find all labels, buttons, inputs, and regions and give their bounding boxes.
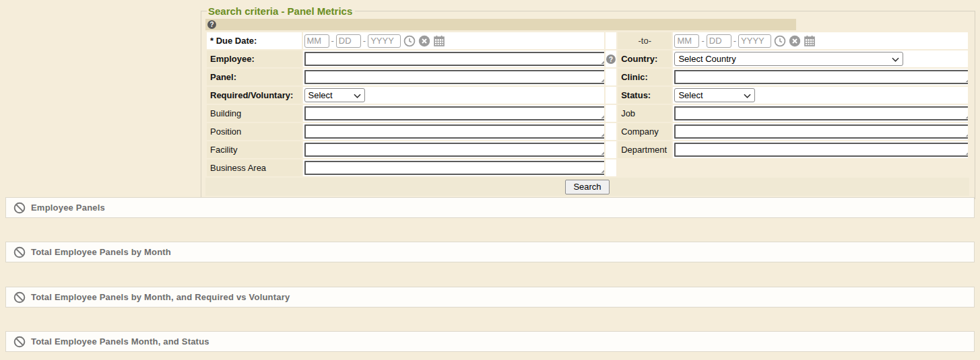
page-background: Search criteria - Panel Metrics ? * Due … — [0, 0, 980, 360]
panel-title: Total Employee Panels by Month — [31, 247, 171, 257]
business-area-input[interactable] — [304, 161, 605, 175]
panel-title: Total Employee Panels by Month, and Requ… — [31, 292, 290, 302]
panel-section-employee-panels[interactable]: Employee Panels — [5, 197, 975, 218]
status-label: Status: — [618, 87, 672, 104]
date-separator: - — [733, 36, 736, 45]
table-row-due-date: * Due Date: - - — [207, 32, 968, 49]
empty-cell — [673, 159, 968, 176]
country-select[interactable]: Select Country — [674, 52, 903, 66]
employee-input[interactable] — [304, 52, 605, 66]
country-label: Country: — [618, 50, 672, 67]
empty-cell — [618, 159, 672, 176]
chevron-down-icon — [354, 90, 361, 100]
spacer-cell — [606, 32, 616, 49]
calendar-icon[interactable] — [804, 35, 816, 47]
facility-input[interactable] — [304, 143, 605, 157]
no-data-icon — [13, 336, 26, 348]
clear-icon[interactable] — [418, 35, 430, 47]
no-data-icon — [13, 291, 26, 303]
clear-icon[interactable] — [789, 35, 801, 47]
country-select-value: Select Country — [678, 54, 736, 64]
employee-help-icon[interactable]: ? — [606, 55, 616, 64]
search-button[interactable]: Search — [565, 180, 609, 194]
calendar-icon[interactable] — [433, 35, 445, 47]
facility-label: Facility — [207, 141, 302, 158]
due-date-to-year-input[interactable] — [738, 34, 771, 48]
table-row-required-voluntary: Required/Voluntary: Select Status: Selec… — [207, 87, 968, 104]
help-bar: ? — [205, 19, 796, 30]
building-label: Building — [207, 105, 302, 122]
to-label: -to- — [618, 32, 672, 49]
table-row-facility: Facility Department — [207, 141, 968, 158]
due-date-from-year-input[interactable] — [368, 34, 401, 48]
position-input[interactable] — [304, 124, 605, 139]
clock-icon[interactable] — [403, 35, 416, 47]
required-voluntary-select-value: Select — [308, 90, 333, 100]
clinic-label: Clinic: — [618, 69, 672, 85]
search-footer: Search — [205, 178, 969, 196]
spacer-cell — [606, 87, 616, 104]
panel-label: Panel: — [207, 69, 302, 85]
required-voluntary-select[interactable]: Select — [304, 88, 365, 102]
status-select-value: Select — [678, 90, 703, 100]
job-label: Job — [618, 105, 672, 122]
company-label: Company — [618, 123, 672, 140]
required-voluntary-label: Required/Voluntary: — [207, 87, 302, 104]
spacer-cell — [606, 105, 616, 122]
table-row-panel: Panel: Clinic: — [207, 69, 968, 85]
position-label: Position — [207, 123, 302, 140]
chevron-down-icon — [892, 54, 899, 64]
due-date-from-day-input[interactable] — [336, 34, 361, 48]
due-date-to-day-input[interactable] — [707, 34, 731, 48]
due-date-label: * Due Date: — [207, 32, 302, 49]
clinic-input[interactable] — [674, 70, 968, 84]
panel-section-total-by-month-required-vs-voluntary[interactable]: Total Employee Panels by Month, and Requ… — [5, 287, 975, 308]
panel-section-total-by-month[interactable]: Total Employee Panels by Month — [5, 242, 975, 262]
due-date-to-month-input[interactable] — [674, 34, 699, 48]
help-icon[interactable]: ? — [207, 20, 216, 29]
chevron-down-icon — [744, 90, 751, 100]
spacer-cell — [606, 123, 616, 140]
building-input[interactable] — [304, 106, 605, 120]
due-date-to-group: - - — [674, 34, 968, 48]
panel-input[interactable] — [304, 70, 605, 84]
job-input[interactable] — [674, 106, 968, 120]
spacer-cell — [606, 159, 616, 176]
date-separator: - — [363, 36, 366, 45]
spacer-cell — [606, 69, 616, 85]
department-input[interactable] — [674, 143, 968, 157]
table-row-building: Building Job — [207, 105, 968, 122]
company-input[interactable] — [674, 124, 968, 139]
due-date-from-group: - - — [304, 34, 605, 48]
table-row-business-area: Business Area — [207, 159, 968, 176]
table-row-position: Position Company — [207, 123, 968, 140]
table-row-employee: Employee: ? Country: Select Country — [207, 50, 968, 67]
search-criteria-fieldset: Search criteria - Panel Metrics ? * Due … — [201, 5, 975, 199]
fieldset-legend: Search criteria - Panel Metrics — [207, 5, 355, 17]
business-area-label: Business Area — [207, 159, 302, 176]
spacer-cell — [606, 141, 616, 158]
no-data-icon — [13, 246, 26, 258]
panel-section-total-month-status[interactable]: Total Employee Panels Month, and Status — [5, 331, 975, 352]
date-separator: - — [331, 36, 334, 45]
panel-title: Total Employee Panels Month, and Status — [31, 336, 209, 347]
panel-title: Employee Panels — [31, 203, 105, 213]
due-date-from-month-input[interactable] — [304, 34, 329, 48]
date-separator: - — [701, 36, 704, 45]
search-form-table: * Due Date: - - — [205, 31, 969, 178]
department-label: Department — [618, 141, 672, 158]
employee-label: Employee: — [207, 50, 302, 67]
no-data-icon — [13, 202, 26, 214]
clock-icon[interactable] — [774, 35, 786, 47]
status-select[interactable]: Select — [674, 88, 755, 102]
